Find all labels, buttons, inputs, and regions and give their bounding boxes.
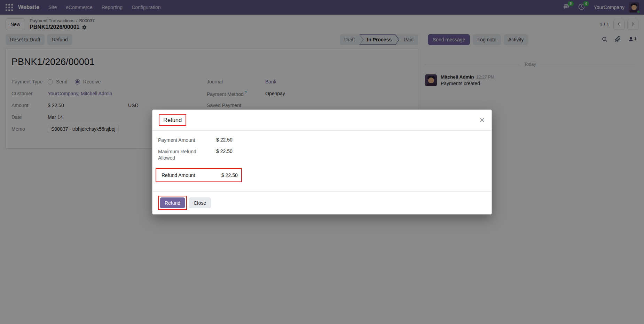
close-icon[interactable]: × [479,116,485,124]
payment-amount-value: $ 22.50 [216,137,233,143]
maximum-refund-allowed-value: $ 22.50 [216,148,233,154]
refund-amount-input[interactable]: $ 22.50 [221,172,238,178]
refund-amount-row: Refund Amount $ 22.50 [156,168,242,182]
refund-amount-label: Refund Amount [162,172,216,178]
refund-dialog-body: Payment Amount $ 22.50 Maximum Refund Al… [152,131,492,191]
refund-button-annotation-box: Refund [158,196,187,210]
refund-confirm-button[interactable]: Refund [160,197,185,208]
refund-dialog: Refund × Payment Amount $ 22.50 Maximum … [152,110,492,214]
close-button[interactable]: Close [189,197,211,208]
maximum-refund-allowed-label: Maximum Refund Allowed [158,148,216,161]
refund-dialog-header: Refund × [152,110,492,131]
title-annotation-box: Refund [159,114,186,126]
refund-dialog-footer: Refund Close [152,191,492,214]
payment-amount-row: Payment Amount $ 22.50 [158,137,486,143]
refund-dialog-title: Refund [163,117,182,123]
maximum-refund-allowed-row: Maximum Refund Allowed $ 22.50 [158,148,486,161]
payment-amount-label: Payment Amount [158,137,216,143]
